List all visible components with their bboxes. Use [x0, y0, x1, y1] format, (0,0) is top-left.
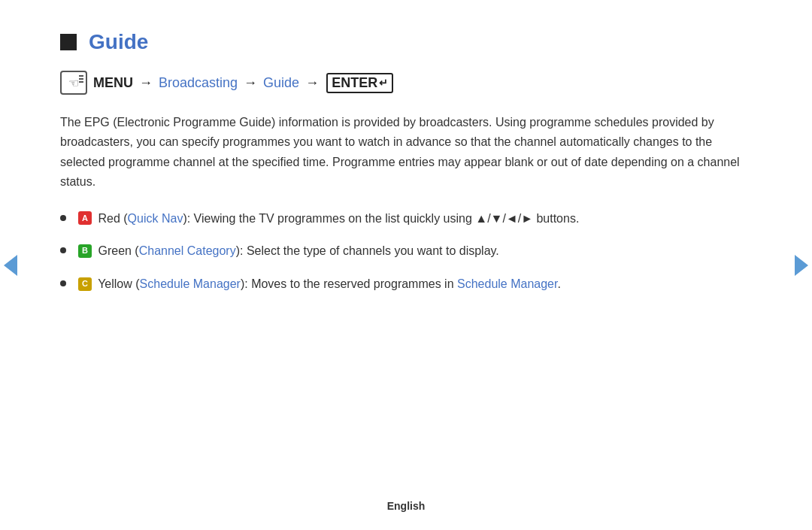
quick-nav-link[interactable]: Quick Nav	[128, 212, 183, 225]
arrow-2: →	[244, 75, 257, 91]
yellow-badge: C	[78, 277, 92, 291]
footer: English	[0, 500, 812, 512]
bullet-2-prefix: Green (	[98, 244, 138, 257]
bullet-1-prefix: Red (	[98, 212, 127, 225]
bullet-dot	[60, 215, 66, 221]
bullet-content-3: C Yellow (Schedule Manager): Moves to th…	[78, 274, 561, 294]
bullet-1-suffix: ): Viewing the TV programmes on the list…	[183, 212, 579, 225]
bullet-content-1: A Red (Quick Nav): Viewing the TV progra…	[78, 209, 579, 229]
bullet-content-2: B Green (Channel Category): Select the t…	[78, 241, 499, 261]
bullet-3-suffix: ): Moves to the reserved programmes in	[241, 277, 457, 290]
arrow-1: →	[139, 75, 153, 91]
bullet-dot	[60, 247, 66, 253]
breadcrumb-guide[interactable]: Guide	[263, 75, 299, 91]
red-badge: A	[78, 211, 92, 225]
menu-label: MENU	[93, 75, 133, 91]
footer-text: English	[387, 500, 426, 512]
bullet-list: A Red (Quick Nav): Viewing the TV progra…	[60, 209, 752, 294]
channel-category-link[interactable]: Channel Category	[139, 244, 236, 257]
schedule-manager-link-1[interactable]: Schedule Manager	[140, 277, 241, 290]
menu-icon: ☜	[60, 71, 87, 95]
black-square-icon	[60, 34, 77, 50]
breadcrumb-broadcasting[interactable]: Broadcasting	[159, 75, 238, 91]
nav-arrow-right[interactable]	[791, 247, 812, 284]
green-badge: B	[78, 244, 92, 258]
bullet-dot	[60, 280, 66, 286]
page-container: Guide ☜ MENU → Broadcasting → Guide → EN…	[0, 0, 812, 530]
enter-button: ENTER↵	[326, 73, 393, 93]
enter-arrow-icon: ↵	[379, 77, 388, 89]
bullet-2-suffix: ): Select the type of channels you want …	[236, 244, 499, 257]
hand-icon: ☜	[68, 76, 79, 90]
page-title: Guide	[89, 30, 148, 54]
enter-label: ENTER	[332, 75, 377, 91]
bullet-3-prefix: Yellow (	[98, 277, 139, 290]
schedule-manager-link-2[interactable]: Schedule Manager	[457, 277, 557, 290]
nav-arrow-left[interactable]	[0, 247, 21, 284]
bars-icon	[79, 75, 83, 83]
menu-breadcrumb: ☜ MENU → Broadcasting → Guide → ENTER↵	[60, 71, 752, 95]
list-item: C Yellow (Schedule Manager): Moves to th…	[60, 274, 752, 294]
title-section: Guide	[60, 30, 752, 54]
description-text: The EPG (Electronic Programme Guide) inf…	[60, 113, 752, 192]
list-item: B Green (Channel Category): Select the t…	[60, 241, 752, 261]
arrow-3: →	[305, 75, 319, 91]
bullet-3-suffix-end: .	[557, 277, 560, 290]
list-item: A Red (Quick Nav): Viewing the TV progra…	[60, 209, 752, 229]
